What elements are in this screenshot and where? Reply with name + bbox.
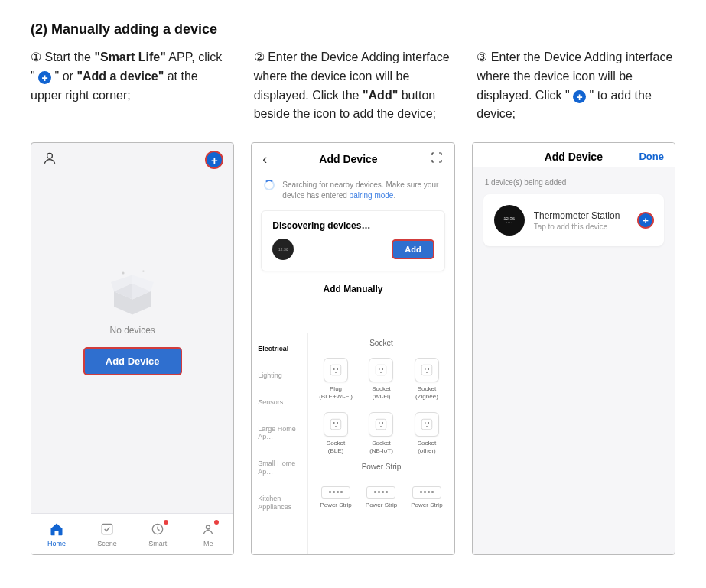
pairing-mode-link[interactable]: pairing mode [350,191,394,200]
screen-title: Add Device [545,151,603,163]
device-thumbnail-icon: 12:36 [272,239,294,260]
spinner-icon [264,180,275,190]
add-manually-title: Add Manually [252,284,454,294]
svg-point-18 [381,372,382,373]
powerstrip-option[interactable]: Power Strip [360,482,402,509]
scan-icon[interactable] [430,151,444,167]
svg-rect-15 [376,365,387,375]
socket-option[interactable]: Socket(NB-IoT) [360,412,402,454]
svg-point-34 [426,426,428,427]
back-icon[interactable]: ‹ [262,151,267,167]
add-device-button[interactable]: Add Device [84,348,181,375]
search-message: Searching for nearby devices. Make sure … [252,172,454,206]
powerstrip-heading: Power Strip [314,460,447,477]
bottom-nav: Home Scene Smart Me [31,513,233,554]
add-device-plus-button[interactable]: + [638,213,653,228]
discovering-card: Discovering devices… 12:36 Add [261,210,444,271]
no-devices-label: No devices [109,325,155,336]
svg-rect-24 [333,422,335,424]
category-electrical[interactable]: Electrical [252,336,307,362]
powerstrip-icon [366,486,395,499]
add-plus-button[interactable]: + [206,151,223,168]
svg-rect-27 [376,420,387,430]
socket-icon [369,358,393,382]
plus-icon: + [38,71,51,84]
step-3-text: ③ Enter the Device Adding interface wher… [477,48,675,124]
screenshots-row: + No devices Add Device Home Scene [31,142,675,555]
powerstrip-option[interactable]: Power Strip [405,482,447,509]
socket-icon [324,412,348,437]
category-sidebar: Electrical Lighting Sensors Large Home A… [252,333,308,554]
discovering-label: Discovering devices… [272,220,433,231]
svg-rect-25 [337,422,339,424]
notification-badge [214,520,219,525]
profile-icon[interactable] [42,151,57,169]
svg-rect-28 [379,422,380,424]
empty-box-icon [102,258,163,319]
svg-point-22 [426,372,428,373]
svg-point-14 [335,372,337,373]
phone-screen-2: ‹ Add Device Searching for nearby device… [251,142,454,555]
svg-rect-12 [333,368,335,370]
notification-badge [164,520,168,525]
nav-me[interactable]: Me [183,514,233,554]
powerstrip-option[interactable]: Power Strip [314,482,356,509]
svg-rect-29 [382,422,384,424]
device-icon: 12:36 · · · · [494,205,525,236]
device-name: Thermometer Station [534,210,629,221]
category-sensors[interactable]: Sensors [252,389,307,416]
being-added-label: 1 device(s) being added [473,167,675,191]
socket-icon [324,358,348,382]
svg-point-26 [335,426,337,427]
svg-rect-21 [428,368,429,370]
done-button[interactable]: Done [639,151,664,162]
svg-rect-31 [421,420,432,430]
nav-home[interactable]: Home [31,514,82,554]
section-title: (2) Manually adding a device [31,21,675,37]
svg-point-0 [47,154,53,159]
category-lighting[interactable]: Lighting [252,362,307,389]
socket-heading: Socket [314,336,447,353]
socket-option[interactable]: Socket(Wi-Fi) [360,358,402,400]
svg-rect-20 [425,368,426,370]
device-card[interactable]: 12:36 · · · · Thermometer Station Tap to… [483,194,664,246]
svg-rect-32 [425,422,426,424]
socket-option[interactable]: Socket(BLE) [314,412,356,454]
category-kitchen[interactable]: Kitchen Appliances [252,486,307,521]
svg-rect-23 [330,420,341,430]
steps-row: ① Start the "Smart Life" APP, click " + … [31,48,675,124]
svg-point-30 [381,426,382,427]
socket-option[interactable]: Socket(Zigbee) [405,358,447,400]
screen-title: Add Device [319,153,377,165]
phone-screen-1: + No devices Add Device Home Scene [31,142,234,555]
powerstrip-icon [412,486,441,499]
svg-rect-11 [330,365,341,375]
category-large-home[interactable]: Large Home Ap… [252,416,307,451]
socket-option[interactable]: Socket(other) [405,412,447,454]
svg-point-7 [142,271,144,272]
socket-icon [369,412,393,437]
socket-icon [415,358,439,382]
step-2-text: ② Enter the Device Adding interface wher… [254,48,453,124]
nav-scene[interactable]: Scene [82,514,132,554]
step-1-text: ① Start the "Smart Life" APP, click " + … [31,48,229,105]
nav-smart[interactable]: Smart [132,514,183,554]
add-button[interactable]: Add [392,240,433,258]
socket-icon [415,412,439,437]
svg-point-10 [207,525,210,529]
device-subtext: Tap to add this device [534,223,629,231]
category-small-home[interactable]: Small Home Ap… [252,450,307,486]
svg-rect-33 [428,422,429,424]
svg-rect-8 [102,524,112,534]
phone-screen-3: Add Device Done 1 device(s) being added … [472,142,675,555]
svg-point-6 [122,272,125,275]
socket-option[interactable]: Plug(BLE+Wi-Fi) [314,358,356,400]
plus-icon: + [573,90,586,103]
svg-rect-19 [421,365,432,375]
svg-rect-17 [382,368,384,370]
powerstrip-icon [321,486,350,499]
svg-rect-16 [379,368,380,370]
svg-rect-13 [337,368,339,370]
